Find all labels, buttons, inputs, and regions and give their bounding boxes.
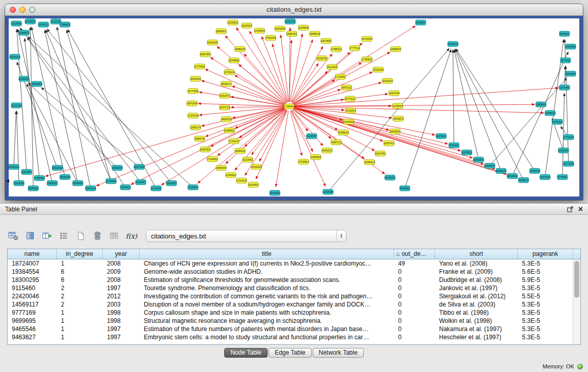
graph-node[interactable]: 10774121 [345, 96, 356, 101]
graph-node[interactable]: 12364021 [226, 172, 236, 178]
graph-node[interactable]: 22260812 [228, 20, 238, 25]
graph-node[interactable]: 18626753 [221, 117, 232, 122]
graph-node[interactable]: 17485313 [331, 47, 342, 52]
graph-node[interactable]: 17777121 [350, 46, 360, 51]
table-row[interactable]: 1456911722003Disruption of a novel membe… [8, 300, 573, 309]
scrollbar-thumb[interactable] [574, 261, 579, 298]
graph-node[interactable]: 12734863 [106, 179, 117, 184]
graph-node[interactable]: 12071453 [559, 85, 570, 90]
graph-node[interactable]: 12160542 [558, 148, 569, 153]
graph-node[interactable]: 15958023 [545, 111, 556, 116]
graph-node[interactable]: 16013024 [327, 64, 338, 70]
tab-edge-table[interactable]: Edge Table [269, 348, 312, 358]
graph-node[interactable]: 12425064 [323, 189, 334, 194]
collapse-panel-icon[interactable]: ◀ [6, 178, 9, 183]
graph-node[interactable]: 19573563 [321, 38, 332, 43]
import-table-icon[interactable] [108, 230, 121, 242]
graph-node[interactable]: 18509542 [390, 129, 401, 134]
network-graph[interactable]: 1724046418829871160224251882785312779342… [9, 18, 579, 196]
network-canvas[interactable]: 1724046418829871160224251882785312779342… [9, 18, 579, 196]
row-list-icon[interactable] [58, 230, 70, 242]
graph-node[interactable]: 18036272 [221, 81, 232, 86]
table-row[interactable]: 2242004622012Investigating the contribut… [8, 292, 573, 300]
graph-node[interactable]: 6791942 [449, 143, 459, 148]
graph-node[interactable]: 19884204 [235, 47, 246, 52]
graph-node[interactable]: 16761404 [362, 36, 373, 41]
graph-node[interactable]: 17999013 [60, 22, 71, 27]
graph-node[interactable]: 15549273 [393, 116, 404, 121]
graph-node[interactable]: 19528254 [112, 165, 123, 170]
graph-node[interactable]: 14699421 [224, 128, 235, 133]
float-window-icon[interactable] [567, 206, 573, 212]
graph-node[interactable]: 20071723 [220, 105, 230, 110]
graph-node[interactable]: 16192263 [382, 78, 393, 83]
graph-node[interactable]: 15048953 [229, 58, 239, 63]
column-header-in_degree[interactable]: in_degree [57, 249, 103, 259]
graph-node[interactable]: 18829871 [216, 29, 227, 34]
graph-node[interactable]: 17240464 [284, 104, 295, 109]
table-mode-icon[interactable] [7, 230, 19, 242]
graph-node[interactable]: 11607342 [389, 91, 400, 96]
graph-node[interactable]: 15056602 [73, 181, 83, 186]
graph-node[interactable]: 10075912 [462, 150, 472, 155]
table-row[interactable]: 1830029562008Estimation of significance … [8, 276, 573, 284]
graph-node[interactable]: 16219462 [243, 157, 253, 162]
graph-node[interactable]: 16055162 [28, 186, 39, 191]
graph-node[interactable]: 9546321 [559, 31, 570, 36]
graph-node[interactable]: 16402124 [85, 186, 96, 191]
column-header-short[interactable]: short [435, 249, 518, 259]
graph-node[interactable]: 16022425 [207, 40, 218, 45]
graph-node[interactable]: 16194531 [248, 182, 259, 187]
graph-node[interactable]: 18062543 [473, 157, 484, 162]
graph-node[interactable]: 16057413 [384, 141, 395, 146]
function-builder-icon[interactable]: f(x) [125, 230, 138, 242]
graph-node[interactable]: 20630423 [52, 165, 63, 170]
table-header-corner[interactable] [573, 249, 580, 259]
graph-node[interactable]: 16771053 [563, 161, 574, 166]
new-file-icon[interactable] [75, 230, 87, 242]
graph-node[interactable]: 8183044 [416, 20, 426, 25]
graph-node[interactable]: 17254563 [207, 157, 218, 162]
graph-node[interactable]: 18003052 [166, 181, 177, 186]
show-columns-icon[interactable] [24, 230, 36, 242]
graph-node[interactable]: 18634542 [507, 173, 518, 179]
graph-node[interactable]: 15044563 [565, 44, 576, 49]
graph-node[interactable]: 12106413 [393, 103, 403, 108]
graph-node[interactable]: 15145457 [307, 134, 317, 139]
graph-node[interactable]: 11595943 [536, 102, 547, 107]
graph-node[interactable]: 6774051 [557, 174, 568, 180]
column-header-title[interactable]: title [140, 249, 394, 259]
graph-node[interactable]: 9245062 [400, 186, 410, 191]
graph-node[interactable]: 17551453 [266, 35, 276, 40]
graph-node[interactable]: 10711443 [151, 186, 162, 191]
graph-node[interactable]: 19302573 [220, 93, 230, 98]
graph-node[interactable]: 19161062 [373, 67, 384, 72]
graph-node[interactable]: 17025813 [298, 159, 309, 164]
graph-node[interactable]: 15248261 [385, 175, 396, 180]
graph-node[interactable]: 19565344 [216, 165, 227, 170]
table-row[interactable]: 911546021997Tourette syndrome. Phenomeno… [8, 284, 573, 292]
graph-node[interactable]: 19337352 [375, 151, 386, 156]
column-header-year[interactable]: year [103, 249, 140, 259]
graph-node[interactable]: 19861301 [287, 31, 297, 36]
graph-node[interactable]: 10343632 [270, 190, 280, 195]
graph-node[interactable]: 7625441 [120, 185, 130, 190]
graph-node[interactable]: 18316163 [251, 164, 262, 169]
table-selector[interactable]: citations_edges.txt ▲▼ [146, 230, 346, 242]
table-row[interactable]: 946362711997Embryonic stem cells: a mode… [8, 333, 573, 341]
graph-node[interactable]: 11254843 [298, 25, 309, 30]
graph-node[interactable]: 20118226 [190, 76, 201, 81]
graph-node[interactable]: 11320251 [14, 181, 25, 186]
graph-node[interactable]: 16791352 [552, 119, 563, 124]
graph-node[interactable]: 20531223 [10, 54, 20, 59]
vertical-scrollbar[interactable] [573, 259, 580, 344]
graph-node[interactable]: 9154343 [136, 180, 146, 185]
delete-icon[interactable] [92, 230, 104, 242]
graph-node[interactable]: 12853553 [311, 155, 321, 160]
graph-node[interactable]: 20160051 [19, 76, 30, 81]
graph-node[interactable]: 12161063 [345, 108, 356, 113]
close-window-button[interactable] [10, 7, 16, 13]
graph-node[interactable]: 15819543 [32, 81, 42, 86]
column-header-out_de[interactable]: △out_de… [394, 249, 435, 259]
network-view-window[interactable]: citations_edges.txt 17240464188298711602… [5, 4, 583, 200]
